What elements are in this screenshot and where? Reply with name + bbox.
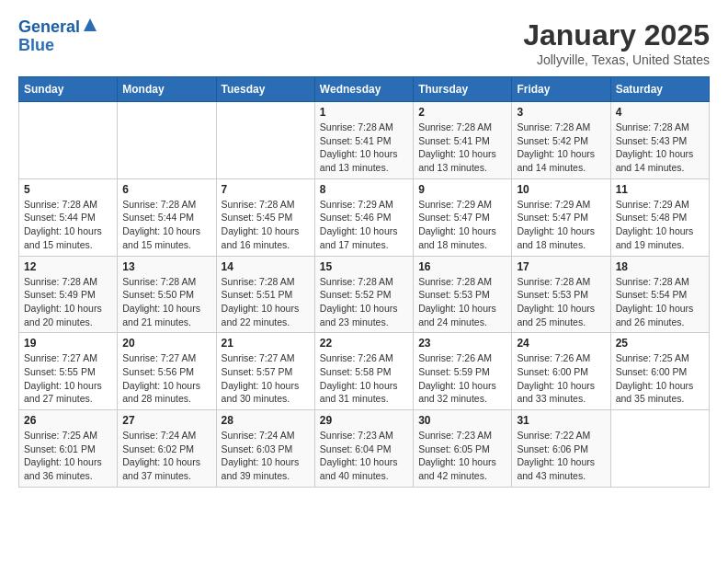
week-row-5: 26Sunrise: 7:25 AMSunset: 6:01 PMDayligh… xyxy=(19,410,710,488)
day-info: Sunrise: 7:28 AMSunset: 5:45 PMDaylight:… xyxy=(222,198,310,252)
day-header-tuesday: Tuesday xyxy=(216,77,314,102)
day-header-monday: Monday xyxy=(118,77,216,102)
week-row-4: 19Sunrise: 7:27 AMSunset: 5:55 PMDayligh… xyxy=(19,333,710,410)
day-number: 16 xyxy=(418,260,506,273)
page-header: General Blue January 2025 Jollyville, Te… xyxy=(18,18,710,67)
calendar-cell: 20Sunrise: 7:27 AMSunset: 5:56 PMDayligh… xyxy=(118,333,216,410)
day-info: Sunrise: 7:28 AMSunset: 5:44 PMDaylight:… xyxy=(24,198,112,252)
day-number: 14 xyxy=(222,260,310,273)
day-info: Sunrise: 7:26 AMSunset: 5:59 PMDaylight:… xyxy=(418,351,506,406)
calendar-cell: 29Sunrise: 7:23 AMSunset: 6:04 PMDayligh… xyxy=(314,410,413,488)
day-info: Sunrise: 7:28 AMSunset: 5:42 PMDaylight:… xyxy=(517,121,605,175)
day-info: Sunrise: 7:27 AMSunset: 5:56 PMDaylight:… xyxy=(122,351,210,406)
day-number: 31 xyxy=(517,414,605,427)
day-number: 1 xyxy=(320,106,408,119)
day-number: 25 xyxy=(616,337,704,350)
day-number: 29 xyxy=(320,414,408,427)
calendar-cell: 10Sunrise: 7:29 AMSunset: 5:47 PMDayligh… xyxy=(512,178,610,256)
day-number: 15 xyxy=(320,260,408,273)
calendar-cell xyxy=(216,102,314,179)
calendar-cell: 4Sunrise: 7:28 AMSunset: 5:43 PMDaylight… xyxy=(610,102,709,179)
day-number: 7 xyxy=(222,183,310,196)
calendar-cell: 7Sunrise: 7:28 AMSunset: 5:45 PMDaylight… xyxy=(216,178,314,256)
day-info: Sunrise: 7:29 AMSunset: 5:46 PMDaylight:… xyxy=(320,198,408,252)
calendar-cell: 18Sunrise: 7:28 AMSunset: 5:54 PMDayligh… xyxy=(610,256,709,333)
day-number: 19 xyxy=(24,337,112,350)
calendar-cell xyxy=(610,410,709,488)
calendar-cell: 3Sunrise: 7:28 AMSunset: 5:42 PMDaylight… xyxy=(512,102,610,179)
day-number: 6 xyxy=(122,183,210,196)
day-info: Sunrise: 7:29 AMSunset: 5:47 PMDaylight:… xyxy=(418,198,506,252)
day-info: Sunrise: 7:28 AMSunset: 5:43 PMDaylight:… xyxy=(616,121,704,175)
logo-text: General xyxy=(18,18,80,37)
calendar-cell: 28Sunrise: 7:24 AMSunset: 6:03 PMDayligh… xyxy=(216,410,314,488)
svg-marker-0 xyxy=(84,18,97,31)
day-info: Sunrise: 7:26 AMSunset: 5:58 PMDaylight:… xyxy=(320,351,408,406)
day-header-saturday: Saturday xyxy=(610,77,709,102)
calendar-title: January 2025 xyxy=(523,18,710,52)
day-number: 18 xyxy=(616,260,704,273)
calendar-cell: 6Sunrise: 7:28 AMSunset: 5:44 PMDaylight… xyxy=(118,178,216,256)
day-header-thursday: Thursday xyxy=(414,77,512,102)
calendar-cell: 9Sunrise: 7:29 AMSunset: 5:47 PMDaylight… xyxy=(414,178,512,256)
calendar-cell: 25Sunrise: 7:25 AMSunset: 6:00 PMDayligh… xyxy=(610,333,709,410)
day-number: 28 xyxy=(222,414,310,427)
day-number: 3 xyxy=(517,106,605,119)
day-number: 17 xyxy=(517,260,605,273)
day-info: Sunrise: 7:28 AMSunset: 5:44 PMDaylight:… xyxy=(122,198,210,252)
week-row-1: 1Sunrise: 7:28 AMSunset: 5:41 PMDaylight… xyxy=(19,102,710,179)
calendar-cell: 5Sunrise: 7:28 AMSunset: 5:44 PMDaylight… xyxy=(19,178,118,256)
day-info: Sunrise: 7:27 AMSunset: 5:57 PMDaylight:… xyxy=(222,351,310,406)
calendar-cell: 16Sunrise: 7:28 AMSunset: 5:53 PMDayligh… xyxy=(414,256,512,333)
day-info: Sunrise: 7:28 AMSunset: 5:50 PMDaylight:… xyxy=(122,275,210,329)
calendar-cell: 13Sunrise: 7:28 AMSunset: 5:50 PMDayligh… xyxy=(118,256,216,333)
day-number: 24 xyxy=(517,337,605,350)
day-number: 22 xyxy=(320,337,408,350)
day-info: Sunrise: 7:25 AMSunset: 6:01 PMDaylight:… xyxy=(24,429,112,483)
calendar-cell: 15Sunrise: 7:28 AMSunset: 5:52 PMDayligh… xyxy=(314,256,413,333)
calendar-cell: 27Sunrise: 7:24 AMSunset: 6:02 PMDayligh… xyxy=(118,410,216,488)
calendar-cell: 14Sunrise: 7:28 AMSunset: 5:51 PMDayligh… xyxy=(216,256,314,333)
day-info: Sunrise: 7:23 AMSunset: 6:04 PMDaylight:… xyxy=(320,429,408,483)
day-info: Sunrise: 7:23 AMSunset: 6:05 PMDaylight:… xyxy=(418,429,506,483)
calendar-cell: 8Sunrise: 7:29 AMSunset: 5:46 PMDaylight… xyxy=(314,178,413,256)
calendar-cell: 19Sunrise: 7:27 AMSunset: 5:55 PMDayligh… xyxy=(19,333,118,410)
day-info: Sunrise: 7:27 AMSunset: 5:55 PMDaylight:… xyxy=(24,351,112,406)
day-number: 20 xyxy=(122,337,210,350)
week-row-2: 5Sunrise: 7:28 AMSunset: 5:44 PMDaylight… xyxy=(19,178,710,256)
title-block: January 2025 Jollyville, Texas, United S… xyxy=(523,18,710,67)
calendar-cell: 22Sunrise: 7:26 AMSunset: 5:58 PMDayligh… xyxy=(314,333,413,410)
day-number: 12 xyxy=(24,260,112,273)
calendar-cell: 17Sunrise: 7:28 AMSunset: 5:53 PMDayligh… xyxy=(512,256,610,333)
calendar-cell: 26Sunrise: 7:25 AMSunset: 6:01 PMDayligh… xyxy=(19,410,118,488)
day-info: Sunrise: 7:26 AMSunset: 6:00 PMDaylight:… xyxy=(517,351,605,406)
day-info: Sunrise: 7:25 AMSunset: 6:00 PMDaylight:… xyxy=(616,351,704,406)
calendar-cell xyxy=(118,102,216,179)
calendar-cell xyxy=(19,102,118,179)
calendar-cell: 21Sunrise: 7:27 AMSunset: 5:57 PMDayligh… xyxy=(216,333,314,410)
day-number: 27 xyxy=(122,414,210,427)
day-number: 11 xyxy=(616,183,704,196)
day-number: 9 xyxy=(418,183,506,196)
calendar-cell: 31Sunrise: 7:22 AMSunset: 6:06 PMDayligh… xyxy=(512,410,610,488)
day-number: 30 xyxy=(418,414,506,427)
day-info: Sunrise: 7:28 AMSunset: 5:54 PMDaylight:… xyxy=(616,275,704,329)
calendar-cell: 11Sunrise: 7:29 AMSunset: 5:48 PMDayligh… xyxy=(610,178,709,256)
header-row: SundayMondayTuesdayWednesdayThursdayFrid… xyxy=(19,77,710,102)
day-info: Sunrise: 7:28 AMSunset: 5:49 PMDaylight:… xyxy=(24,275,112,329)
day-header-wednesday: Wednesday xyxy=(314,77,413,102)
day-number: 4 xyxy=(616,106,704,119)
day-info: Sunrise: 7:28 AMSunset: 5:51 PMDaylight:… xyxy=(222,275,310,329)
day-number: 26 xyxy=(24,414,112,427)
calendar-cell: 2Sunrise: 7:28 AMSunset: 5:41 PMDaylight… xyxy=(414,102,512,179)
day-number: 21 xyxy=(222,337,310,350)
day-number: 5 xyxy=(24,183,112,196)
calendar-subtitle: Jollyville, Texas, United States xyxy=(523,52,710,67)
day-header-friday: Friday xyxy=(512,77,610,102)
day-number: 8 xyxy=(320,183,408,196)
logo-blue-text: Blue xyxy=(18,37,54,55)
day-info: Sunrise: 7:28 AMSunset: 5:41 PMDaylight:… xyxy=(418,121,506,175)
day-header-sunday: Sunday xyxy=(19,77,118,102)
day-number: 23 xyxy=(418,337,506,350)
calendar-cell: 30Sunrise: 7:23 AMSunset: 6:05 PMDayligh… xyxy=(414,410,512,488)
